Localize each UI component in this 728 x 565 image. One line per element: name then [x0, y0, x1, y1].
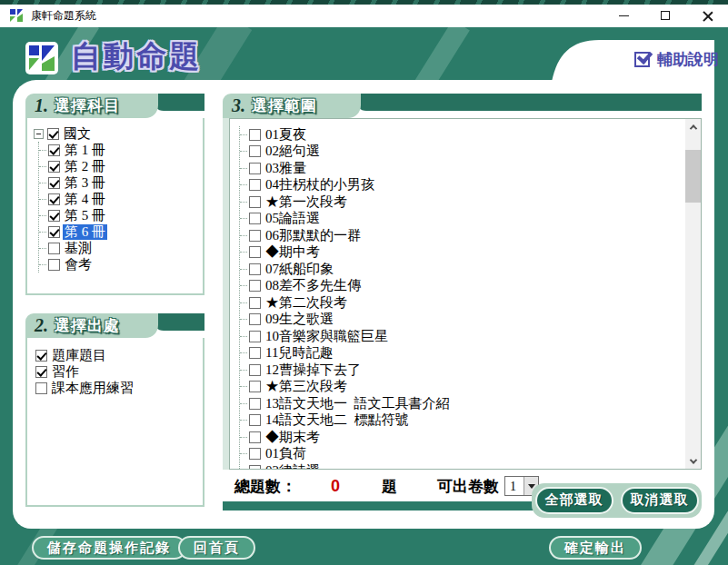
maximize-button[interactable]: [644, 4, 686, 27]
list-item[interactable]: 13語文天地一 語文工具書介紹: [240, 395, 452, 412]
item-label: 08差不多先生傳: [264, 278, 363, 293]
tree-line: [240, 168, 247, 169]
list-item[interactable]: 02絕句選: [240, 144, 452, 161]
list-item[interactable]: 10音樂家與職籃巨星: [240, 328, 452, 345]
list-item[interactable]: ★第三次段考: [240, 379, 452, 396]
scrollbar-thumb[interactable]: [685, 150, 701, 203]
confirm-output-button[interactable]: 確定輸出: [549, 536, 642, 560]
checkbox[interactable]: [48, 210, 60, 222]
checkbox[interactable]: [35, 366, 47, 378]
checkbox[interactable]: [249, 347, 261, 359]
item-label: 第 5 冊: [63, 208, 107, 223]
list-item[interactable]: 第 1 冊: [39, 142, 200, 158]
item-label: 01夏夜: [264, 127, 308, 143]
tree-children: 第 1 冊第 2 冊第 3 冊第 4 冊第 5 冊第 6 冊基測會考: [38, 142, 200, 273]
item-label: 07紙船印象: [264, 262, 335, 277]
tree-line: [240, 151, 247, 152]
checkbox[interactable]: [249, 465, 261, 470]
list-item[interactable]: 08差不多先生傳: [240, 278, 452, 295]
list-item[interactable]: ◆期中考: [240, 244, 452, 262]
list-item[interactable]: 習作: [35, 363, 200, 380]
home-button[interactable]: 回首頁: [178, 536, 255, 560]
scrollbar[interactable]: [685, 119, 701, 469]
help-link[interactable]: 輔助說明: [634, 49, 719, 70]
list-item[interactable]: 會考: [39, 256, 200, 273]
tree-line: [39, 215, 46, 216]
checkbox[interactable]: [48, 161, 60, 173]
checkbox[interactable]: [249, 163, 261, 174]
tree-root-row[interactable]: 國文: [34, 125, 200, 142]
checkbox[interactable]: [249, 448, 261, 460]
papers-count-label: 可出卷數: [437, 476, 499, 497]
collapse-icon[interactable]: [34, 129, 44, 139]
checkbox[interactable]: [249, 213, 261, 224]
checkbox[interactable]: [249, 313, 261, 325]
checkbox[interactable]: [249, 230, 261, 242]
checkbox[interactable]: [48, 177, 60, 189]
tree-line: [39, 183, 46, 183]
list-item[interactable]: 06那默默的一群: [240, 227, 452, 244]
item-label: 習作: [50, 364, 81, 380]
minimize-button[interactable]: [603, 4, 644, 27]
list-item[interactable]: 02律詩選: [240, 462, 452, 470]
checkbox[interactable]: [249, 129, 261, 141]
checkbox[interactable]: [249, 145, 261, 157]
checkbox[interactable]: [249, 398, 261, 410]
checkbox[interactable]: [48, 243, 60, 254]
checkbox[interactable]: [35, 382, 47, 394]
checkbox[interactable]: [249, 179, 261, 191]
checkbox[interactable]: [249, 196, 261, 208]
deselect-all-button[interactable]: 取消選取: [621, 487, 699, 514]
checkbox[interactable]: [47, 128, 59, 140]
subject-tree: 國文 第 1 冊第 2 冊第 3 冊第 4 冊第 5 冊第 6 冊基測會考: [25, 118, 204, 295]
list-item[interactable]: 第 6 冊: [39, 223, 200, 240]
tree-line: [240, 370, 247, 371]
list-item[interactable]: ◆期末考: [240, 429, 452, 446]
list-item[interactable]: 05論語選: [240, 211, 452, 228]
list-item[interactable]: 09生之歌選: [240, 312, 452, 329]
list-item[interactable]: 03雅量: [240, 160, 452, 177]
list-item[interactable]: 11兒時記趣: [240, 345, 452, 362]
panel2-number: 2.: [35, 315, 48, 336]
list-item[interactable]: 基測: [39, 240, 200, 256]
list-item[interactable]: 01夏夜: [240, 126, 452, 144]
list-item[interactable]: 07紙船印象: [240, 261, 452, 278]
checkbox[interactable]: [249, 297, 261, 309]
list-item[interactable]: 第 2 冊: [39, 158, 200, 174]
checkbox[interactable]: [249, 331, 261, 342]
close-button[interactable]: [686, 4, 728, 27]
checkbox[interactable]: [249, 381, 261, 392]
item-label: ★第二次段考: [264, 295, 349, 311]
checkbox[interactable]: [48, 144, 60, 156]
list-item[interactable]: 第 5 冊: [39, 207, 200, 223]
list-item[interactable]: 01負荷: [240, 446, 452, 463]
list-item[interactable]: ★第一次段考: [240, 193, 452, 211]
checkbox[interactable]: [249, 280, 261, 292]
checkbox[interactable]: [249, 431, 261, 443]
content-sheet: 1. 選擇科目 國文 第 1 冊第 2 冊第 3 冊第 4 冊第 5 冊第 6 …: [13, 80, 714, 529]
save-log-button[interactable]: 儲存命題操作記錄: [32, 536, 186, 560]
item-label: 12曹操掉下去了: [264, 362, 363, 378]
checkbox[interactable]: [35, 350, 47, 362]
checkbox[interactable]: [249, 364, 261, 376]
panel2-header-tab: [153, 313, 204, 331]
checkbox[interactable]: [249, 246, 261, 258]
panel3-title: 選擇範圍: [252, 95, 317, 116]
list-item[interactable]: 14語文天地二 標點符號: [240, 412, 452, 430]
list-item[interactable]: ★第二次段考: [240, 294, 452, 312]
scroll-up-button[interactable]: [685, 119, 701, 134]
list-item[interactable]: 04拄柺杖的小男孩: [240, 177, 452, 194]
scope-item-list: 01夏夜02絕句選03雅量04拄柺杖的小男孩★第一次段考05論語選06那默默的一…: [239, 126, 452, 470]
checkbox[interactable]: [249, 263, 261, 275]
checkbox[interactable]: [249, 414, 261, 426]
checkbox[interactable]: [48, 226, 60, 238]
scroll-down-button[interactable]: [685, 453, 701, 469]
list-item[interactable]: 12曹操掉下去了: [240, 362, 452, 379]
checkbox[interactable]: [48, 193, 60, 205]
list-item[interactable]: 題庫題目: [35, 347, 200, 363]
select-all-button[interactable]: 全部選取: [535, 487, 613, 514]
list-item[interactable]: 課本應用練習: [35, 380, 200, 396]
list-item[interactable]: 第 4 冊: [39, 191, 200, 207]
checkbox[interactable]: [48, 259, 60, 271]
list-item[interactable]: 第 3 冊: [39, 174, 200, 191]
